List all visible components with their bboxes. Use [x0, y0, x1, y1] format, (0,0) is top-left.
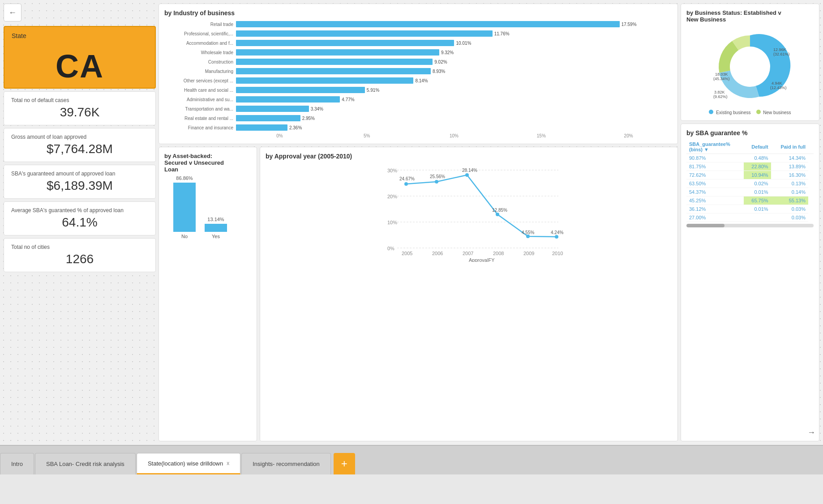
table-row: 36.12%0.01%0.03%: [686, 205, 814, 214]
metric-sba-value: $6,189.39M: [11, 179, 148, 193]
svg-text:10%: 10%: [387, 220, 397, 225]
existing-dot: [709, 110, 713, 114]
svg-text:24.67%: 24.67%: [399, 176, 415, 181]
industry-bar-row: Finance and insurance2.36%: [164, 124, 672, 132]
svg-text:4.55%: 4.55%: [522, 230, 534, 235]
sba-col-paid: Paid in full: [771, 140, 808, 154]
legend-existing: Existing business: [709, 110, 750, 115]
table-row: 72.62%10.94%16.30%: [686, 171, 814, 179]
industry-bar-row: Retail trade17.59%: [164, 20, 672, 28]
svg-text:28.14%: 28.14%: [462, 168, 477, 173]
asset-bar-yes: 13.14% Yes: [205, 217, 227, 239]
tab-add-button[interactable]: +: [334, 453, 355, 474]
donut-legend: Existing business New business: [709, 110, 791, 115]
svg-text:0%: 0%: [387, 246, 394, 251]
table-row: 27.00%0.03%: [686, 214, 814, 222]
industry-bar-row: Administrative and su...4.77%: [164, 95, 672, 103]
tab-insights-label: Insights- recommendation: [253, 461, 320, 467]
approval-chart-card: by Approval year (2005-2010) 30% 20% 10%…: [260, 147, 678, 441]
tab-state[interactable]: State(location) wise drilldown x: [137, 453, 240, 474]
sba-table-card: by SBA guarantee % SBA_guarantee%(bins) …: [681, 124, 819, 441]
state-value: CA: [12, 50, 148, 82]
approval-line-svg: 30% 20% 10% 0%: [266, 163, 672, 262]
svg-text:12.85%: 12.85%: [492, 208, 507, 213]
industry-bar-row: Accommodation and f...10.01%: [164, 39, 672, 47]
tab-add-icon: +: [341, 457, 347, 470]
svg-text:12.96K: 12.96K: [773, 47, 786, 52]
table-row: 81.75%22.80%13.89%: [686, 162, 814, 171]
industry-chart-title: by Industry of business: [164, 9, 672, 17]
sba-table: SBA_guarantee%(bins) ▼ Default Paid in f…: [686, 140, 814, 222]
asset-bar-no: 86.86% No: [173, 175, 196, 239]
right-panel: by Business Status: Established vNew Bus…: [681, 4, 819, 441]
donut-svg: 12.96K (32.61%) 4.94K (12.43%) 3.82K (9.…: [705, 26, 795, 107]
metric-cities-title: Total no of cities: [11, 244, 148, 250]
svg-text:30%: 30%: [387, 168, 397, 173]
industry-bar-row: Other services (except ...8.14%: [164, 77, 672, 85]
metric-avg-sba: Average SBA's guaranteed % of approved l…: [4, 201, 156, 235]
donut-chart-card: by Business Status: Established vNew Bus…: [681, 4, 819, 121]
metric-cities-value: 1266: [11, 252, 148, 266]
industry-chart-card: by Industry of business Retail trade17.5…: [159, 4, 678, 144]
bottom-row: by Asset-backed:Secured v UnsecuredLoan …: [159, 147, 678, 441]
asset-chart-card: by Asset-backed:Secured v UnsecuredLoan …: [159, 147, 257, 441]
svg-point-12: [526, 235, 530, 238]
svg-text:2010: 2010: [552, 251, 563, 256]
industry-bar-row: Construction9.02%: [164, 58, 672, 66]
industry-x-axis: 0% 5% 10% 15% 20%: [236, 133, 672, 138]
svg-point-11: [496, 213, 499, 216]
asset-bar-chart: 86.86% No 13.14% Yes: [164, 176, 251, 239]
svg-text:(12.43%): (12.43%): [770, 85, 787, 90]
metric-gross-title: Gross amount of loan approved: [11, 134, 148, 140]
metric-default-value: 39.76K: [11, 105, 148, 120]
center-panel: by Industry of business Retail trade17.5…: [159, 4, 678, 441]
tab-intro-label: Intro: [11, 461, 23, 467]
svg-text:18.03K: 18.03K: [715, 72, 728, 77]
table-row: 63.50%0.02%0.13%: [686, 179, 814, 188]
tab-sba-label: SBA Loan- Credit risk analysis: [46, 461, 124, 467]
svg-point-8: [404, 182, 408, 186]
metric-gross-value: $7,764.28M: [11, 142, 148, 156]
metric-avg-value: 64.1%: [11, 215, 148, 230]
scroll-right-arrow[interactable]: →: [807, 428, 815, 437]
metric-sba-title: SBA's guaranteed amount of approved loan: [11, 171, 148, 177]
industry-bar-row: Manufacturing8.93%: [164, 67, 672, 75]
state-card: State CA: [4, 26, 156, 89]
sba-col-bins: SBA_guarantee%(bins) ▼: [686, 140, 744, 154]
svg-text:3.82K: 3.82K: [714, 90, 725, 94]
metric-cities: Total no of cities 1266: [4, 238, 156, 272]
sba-col-default: Default: [744, 140, 771, 154]
metric-default-title: Total no of default cases: [11, 97, 148, 103]
industry-bar-chart: Retail trade17.59%Professional, scientif…: [164, 20, 672, 132]
industry-bar-row: Wholesale trade9.32%: [164, 48, 672, 56]
table-row: 90.87%0.48%14.34%: [686, 154, 814, 162]
asset-chart-title: by Asset-backed:Secured v UnsecuredLoan: [164, 153, 251, 173]
industry-bar-row: Professional, scientific,...11.76%: [164, 30, 672, 38]
tab-bar: Intro SBA Loan- Credit risk analysis Sta…: [0, 445, 823, 474]
svg-text:(9.62%): (9.62%): [713, 94, 728, 99]
svg-point-10: [465, 173, 469, 177]
tab-intro[interactable]: Intro: [0, 453, 34, 474]
svg-point-9: [435, 180, 438, 184]
state-label: State: [12, 32, 26, 39]
svg-point-13: [555, 235, 558, 239]
tab-sba[interactable]: SBA Loan- Credit risk analysis: [35, 453, 136, 474]
industry-bar-row: Health care and social ...5.91%: [164, 86, 672, 94]
tab-close-icon[interactable]: x: [227, 460, 229, 466]
table-row: 45.25%65.75%55.13%: [686, 196, 814, 205]
svg-text:2007: 2007: [463, 251, 473, 256]
new-dot: [756, 110, 761, 114]
back-icon: ←: [9, 8, 17, 17]
table-row: 54.37%0.01%0.14%: [686, 188, 814, 196]
metric-avg-title: Average SBA's guaranteed % of approved l…: [11, 207, 148, 214]
tab-state-label: State(location) wise drilldown: [148, 460, 223, 467]
back-button[interactable]: ←: [4, 4, 21, 21]
metric-gross-loan: Gross amount of loan approved $7,764.28M: [4, 128, 156, 162]
sba-table-title: by SBA guarantee %: [686, 129, 814, 137]
svg-text:ApprovalFY: ApprovalFY: [469, 257, 495, 262]
svg-text:2006: 2006: [432, 251, 443, 256]
approval-chart-title: by Approval year (2005-2010): [266, 153, 672, 160]
tab-insights[interactable]: Insights- recommendation: [241, 453, 331, 474]
svg-text:4.94K: 4.94K: [772, 81, 782, 85]
svg-text:2009: 2009: [523, 251, 534, 256]
